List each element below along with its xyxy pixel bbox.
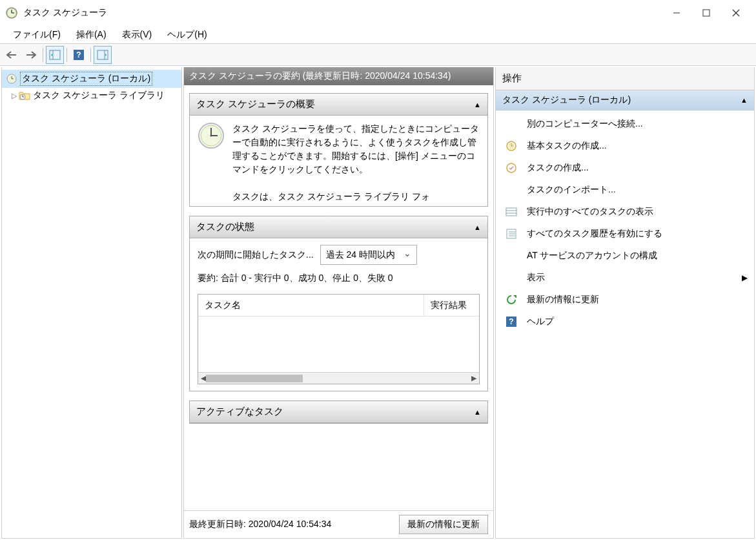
close-button[interactable] xyxy=(721,3,751,23)
overview-text2: タスクは、タスク スケジューラ ライブラリ フォ xyxy=(232,190,480,203)
overview-text: タスク スケジューラを使って、指定したときにコンピューターで自動的に実行されるよ… xyxy=(232,122,480,176)
menu-action[interactable]: 操作(A) xyxy=(68,26,114,43)
menu-file[interactable]: ファイル(F) xyxy=(5,26,68,43)
tree-library[interactable]: ▷ タスク スケジューラ ライブラリ xyxy=(2,88,181,103)
action-item-2[interactable]: タスクの作成... xyxy=(496,157,754,179)
action-label: 最新の情報に更新 xyxy=(527,294,599,306)
blank-icon xyxy=(505,249,518,262)
scroll-left-icon[interactable]: ◀ xyxy=(201,373,206,384)
window-title: タスク スケジューラ xyxy=(23,7,107,19)
action-item-8[interactable]: 最新の情報に更新 xyxy=(496,289,754,311)
actions-pane: 操作 タスク スケジューラ (ローカル) ▲ 別のコンピューターへ接続...基本… xyxy=(495,67,755,539)
task-table: タスク名 実行結果 ◀ ▶ xyxy=(198,294,480,384)
actions-pane-title: 操作 xyxy=(496,67,754,90)
status-title: タスクの状態 xyxy=(196,221,254,233)
overview-title: タスク スケジューラの概要 xyxy=(196,98,315,110)
tree-root-task-scheduler[interactable]: タスク スケジューラ (ローカル) xyxy=(2,70,181,88)
actions-section-title: タスク スケジューラ (ローカル) xyxy=(502,94,631,106)
caret-up-icon: ▲ xyxy=(474,408,481,416)
last-updated-label: 最終更新日時: 2020/04/24 10:54:34 xyxy=(189,519,331,530)
summary-scroll-area[interactable]: タスク スケジューラの概要 ▲ タスク スケジューラを使って、指定したときにコン… xyxy=(184,85,493,510)
col-task-name[interactable]: タスク名 xyxy=(198,295,424,316)
help-button[interactable]: ? xyxy=(70,46,88,64)
app-clock-icon xyxy=(5,6,18,19)
overview-header[interactable]: タスク スケジューラの概要 ▲ xyxy=(190,94,487,116)
action-item-6[interactable]: AT サービスのアカウントの構成 xyxy=(496,245,754,267)
toolbar: ? xyxy=(0,44,756,66)
menu-view[interactable]: 表示(V) xyxy=(114,26,160,43)
status-header[interactable]: タスクの状態 ▲ xyxy=(190,216,487,238)
nav-forward-button[interactable] xyxy=(22,46,40,64)
menu-help[interactable]: ヘルプ(H) xyxy=(159,26,214,43)
chevron-right-icon[interactable]: ▷ xyxy=(10,92,19,100)
tree-root-label: タスク スケジューラ (ローカル) xyxy=(20,72,152,86)
status-label: 次の期間に開始したタスク... xyxy=(198,248,314,262)
tree-library-label: タスク スケジューラ ライブラリ xyxy=(33,90,165,101)
action-item-9[interactable]: ?ヘルプ xyxy=(496,311,754,333)
actions-list: 別のコンピューターへ接続...基本タスクの作成...タスクの作成...タスクのイ… xyxy=(496,110,754,335)
table-body xyxy=(198,317,479,372)
action-item-5[interactable]: すべてのタスク履歴を有効にする xyxy=(496,223,754,245)
task-icon xyxy=(505,161,518,174)
console-tree-pane: タスク スケジューラ (ローカル) ▷ タスク スケジューラ ライブラリ xyxy=(1,67,182,539)
action-label: すべてのタスク履歴を有効にする xyxy=(527,228,662,240)
clock-icon xyxy=(6,73,17,85)
active-tasks-section: アクティブなタスク ▲ xyxy=(189,400,488,424)
caret-up-icon: ▲ xyxy=(474,223,481,231)
action-item-7[interactable]: 表示▶ xyxy=(496,267,754,289)
summary-footer: 最終更新日時: 2020/04/24 10:54:34 最新の情報に更新 xyxy=(184,510,493,538)
action-item-0[interactable]: 別のコンピューターへ接続... xyxy=(496,113,754,135)
clock-icon xyxy=(198,122,225,149)
window-controls xyxy=(662,3,751,23)
separator-icon xyxy=(43,48,43,62)
active-tasks-header[interactable]: アクティブなタスク ▲ xyxy=(190,401,487,423)
svg-rect-5 xyxy=(703,10,710,16)
folder-clock-icon xyxy=(19,90,30,101)
minimize-button[interactable] xyxy=(662,3,691,23)
blank-icon xyxy=(505,183,518,196)
action-item-4[interactable]: 実行中のすべてのタスクの表示 xyxy=(496,201,754,223)
status-period-select[interactable]: 過去 24 時間以内 xyxy=(320,245,417,265)
scroll-thumb[interactable] xyxy=(206,375,303,382)
action-label: 別のコンピューターへ接続... xyxy=(527,118,643,130)
action-label: ヘルプ xyxy=(527,316,554,327)
overview-section: タスク スケジューラの概要 ▲ タスク スケジューラを使って、指定したときにコン… xyxy=(189,93,488,207)
action-label: AT サービスのアカウントの構成 xyxy=(527,250,658,262)
help-icon: ? xyxy=(505,315,518,328)
svg-text:?: ? xyxy=(76,50,81,59)
action-label: タスクの作成... xyxy=(527,162,589,174)
overview-body: タスク スケジューラを使って、指定したときにコンピューターで自動的に実行されるよ… xyxy=(190,116,487,206)
action-item-1[interactable]: 基本タスクの作成... xyxy=(496,135,754,157)
refresh-button[interactable]: 最新の情報に更新 xyxy=(399,515,488,534)
show-hide-action-pane-button[interactable] xyxy=(94,46,112,64)
col-task-result[interactable]: 実行結果 xyxy=(424,295,479,316)
basic-task-icon xyxy=(505,140,518,152)
titlebar: タスク スケジューラ xyxy=(0,0,756,26)
main-container: タスク スケジューラ (ローカル) ▷ タスク スケジューラ ライブラリ タスク… xyxy=(0,66,756,540)
nav-back-button[interactable] xyxy=(3,46,21,64)
separator-icon xyxy=(66,48,67,62)
action-label: タスクのインポート... xyxy=(527,184,616,196)
actions-section-header[interactable]: タスク スケジューラ (ローカル) ▲ xyxy=(496,90,754,110)
show-hide-console-tree-button[interactable] xyxy=(46,46,64,64)
action-item-3[interactable]: タスクのインポート... xyxy=(496,179,754,201)
horizontal-scrollbar[interactable]: ◀ ▶ xyxy=(198,372,479,384)
action-label: 基本タスクの作成... xyxy=(527,140,607,152)
summary-header: タスク スケジューラの要約 (最終更新日時: 2020/04/24 10:54:… xyxy=(184,67,493,85)
action-label: 実行中のすべてのタスクの表示 xyxy=(527,206,653,218)
table-header-row: タスク名 実行結果 xyxy=(198,295,479,317)
scroll-right-icon[interactable]: ▶ xyxy=(471,373,476,384)
maximize-button[interactable] xyxy=(691,3,721,23)
status-summary: 要約: 合計 0 - 実行中 0、成功 0、停止 0、失敗 0 xyxy=(198,271,480,285)
status-section: タスクの状態 ▲ 次の期間に開始したタスク... 過去 24 時間以内 要約: … xyxy=(189,216,488,391)
separator-icon xyxy=(90,48,91,62)
caret-up-icon: ▲ xyxy=(474,101,481,109)
menubar: ファイル(F) 操作(A) 表示(V) ヘルプ(H) xyxy=(0,26,756,44)
running-icon xyxy=(505,205,518,218)
svg-point-25 xyxy=(210,135,212,137)
blank-icon xyxy=(505,271,518,284)
action-label: 表示 xyxy=(527,272,545,284)
status-body: 次の期間に開始したタスク... 過去 24 時間以内 要約: 合計 0 - 実行… xyxy=(190,238,487,391)
refresh-icon xyxy=(505,293,518,306)
svg-text:?: ? xyxy=(509,317,513,326)
